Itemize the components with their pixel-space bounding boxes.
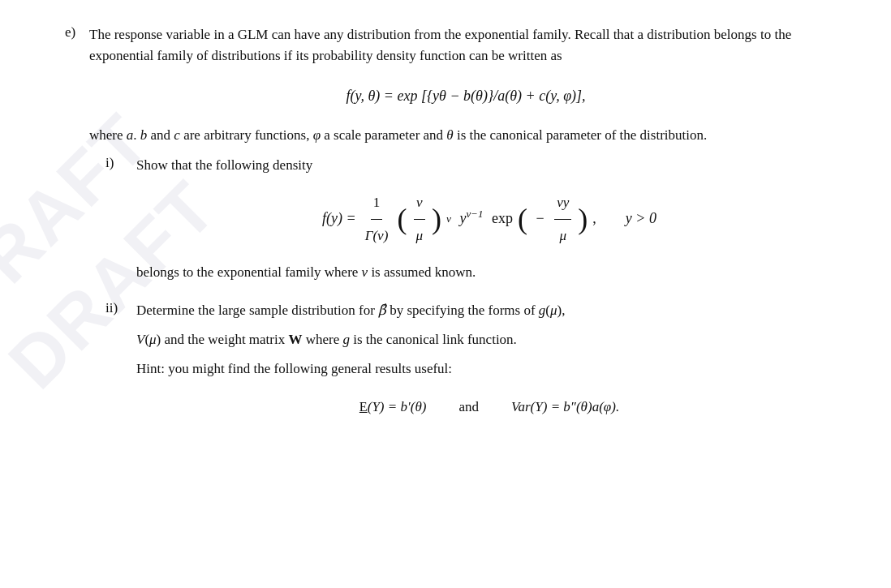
formula-VarY: Var(Y) = b″(θ)a(φ).	[511, 397, 619, 418]
fy-y-term: yν−1	[456, 203, 483, 235]
fy-big-paren-1: (	[397, 206, 407, 232]
fy-condition: y > 0	[626, 203, 656, 235]
bottom-formulas-block: E(Y) = b′(θ) and Var(Y) = b″(θ)a(φ).	[136, 397, 842, 418]
sub-ii-text1: Determine the large sample distribution …	[136, 300, 842, 321]
sub-ii-text2: V(μ) and the weight matrix W where g is …	[136, 329, 842, 350]
conjunction-and: and	[458, 397, 479, 418]
sub-i-intro: Show that the following density	[136, 155, 842, 176]
sub-item-i: i) Show that the following density f(y) …	[105, 155, 842, 292]
sub-ii-hint: Hint: you might find the following gener…	[136, 358, 842, 380]
sub-items-container: i) Show that the following density f(y) …	[105, 155, 842, 426]
sub-item-ii: ii) Determine the large sample distribut…	[105, 300, 842, 426]
part-e-label: e)	[65, 24, 89, 434]
main-content: e) The response variable in a GLM can ha…	[65, 24, 842, 434]
fy-big-paren-4: )	[578, 206, 588, 232]
main-formula-block: f(y, θ) = exp [{yθ − b(θ)}/a(θ) + c(y, φ…	[89, 80, 842, 113]
fy-big-paren-3: (	[518, 206, 527, 232]
sub-ii-label: ii)	[105, 300, 130, 426]
intro-paragraph: The response variable in a GLM can have …	[89, 24, 842, 67]
fy-frac: 1 Γ(ν)	[361, 187, 393, 251]
fy-nu-exp: ν	[446, 207, 451, 231]
main-formula: f(y, θ) = exp [{yθ − b(θ)}/a(θ) + c(y, φ…	[346, 88, 585, 104]
sub-ii-body: Determine the large sample distribution …	[136, 300, 842, 426]
sub-i-conclusion: belongs to the exponential family where …	[136, 262, 842, 283]
formula-EY: E(Y) = b′(θ)	[359, 397, 427, 418]
fy-exp-word: exp	[488, 203, 513, 235]
where-paragraph: where a. b and c are arbitrary functions…	[89, 125, 842, 146]
fy-nu-mu-frac: ν μ	[411, 187, 427, 251]
sub-i-body: Show that the following density f(y) = 1…	[136, 155, 842, 292]
fy-vy-mu-frac: νy μ	[553, 187, 573, 251]
fy-neg: −	[532, 203, 548, 235]
fy-formula-block: f(y) = 1 Γ(ν) ( ν	[136, 187, 842, 251]
sub-i-label: i)	[105, 155, 130, 292]
fy-big-paren-2: )	[432, 206, 441, 232]
fy-lhs: f(y) =	[322, 203, 356, 235]
part-e-body: The response variable in a GLM can have …	[89, 24, 842, 434]
fy-comma: ,	[592, 203, 596, 235]
part-e-section: e) The response variable in a GLM can ha…	[65, 24, 842, 434]
